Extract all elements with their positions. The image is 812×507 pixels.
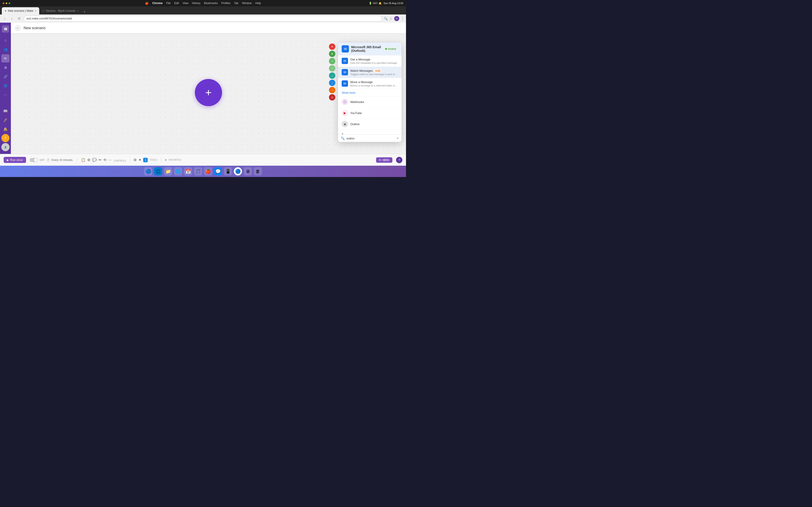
dock-icon-calendar[interactable]: 📅 — [184, 167, 192, 175]
sidebar-item-more[interactable]: ⋯ — [1, 91, 9, 99]
tab-close-blynk[interactable]: ✕ — [77, 10, 79, 12]
url-bar[interactable]: eu2.make.com/687024/scenarios/add — [23, 16, 382, 21]
tab-make[interactable]: ✦ New scenario | Make ✕ — [2, 7, 39, 14]
right-icon-orange[interactable]: ↑ — [329, 87, 335, 93]
scheduling-toggle[interactable] — [30, 158, 38, 162]
menu-file[interactable]: File — [166, 2, 170, 5]
dock-icon-terminal[interactable]: 🖥 — [244, 167, 252, 175]
new-tab-btn[interactable]: + — [82, 9, 87, 14]
canvas-grid[interactable]: + ✉ Microsoft 365 Email (Outlook) Verifi… — [11, 34, 406, 154]
help-button[interactable]: ? — [396, 157, 402, 163]
minimize-window-btn[interactable] — [6, 2, 7, 4]
dock-icon-vscode[interactable]: ⬡ — [154, 167, 162, 175]
run-once-button[interactable]: ▶ Run once — [4, 157, 26, 163]
edit-icon: ✏ — [99, 158, 101, 162]
service-item-youtube[interactable]: ▶ YouTube — [338, 108, 401, 119]
action-item-move-message[interactable]: ✉ Move a Message Moves a message to a se… — [338, 78, 401, 90]
tools-icon-number[interactable]: 1 — [143, 158, 148, 162]
controls-icon-flow[interactable]: ⟲ — [103, 158, 106, 162]
menu-help[interactable]: Help — [255, 2, 261, 5]
controls-icon-clipboard[interactable]: 📋 — [81, 158, 86, 162]
bookmark-icon[interactable]: ☆ — [390, 17, 392, 20]
tools-icon-gear[interactable]: ⚙ — [134, 158, 137, 162]
action-icon-watch: ✉ — [342, 69, 348, 75]
service-name-youtube: YouTube — [350, 111, 362, 115]
sidebar-item-connections[interactable]: 🔗 — [1, 72, 9, 80]
controls-icon-more[interactable]: ⋯ — [108, 158, 112, 162]
sidebar-item-docs[interactable]: 📖 — [1, 107, 9, 115]
dock-icon-chat[interactable]: 💬 — [214, 167, 222, 175]
menu-bookmarks[interactable]: Bookmarks — [204, 2, 218, 5]
tab-blynk[interactable]: ⬡ Devices - Blynk.Console ✕ — [40, 7, 81, 14]
url-text: eu2.make.com/687024/scenarios/add — [27, 17, 72, 20]
close-window-btn[interactable] — [3, 2, 4, 4]
menu-history[interactable]: History — [192, 2, 201, 5]
service-name-outline: Outline — [350, 122, 360, 126]
sidebar-item-launch[interactable]: 🚀 — [1, 116, 9, 124]
browser-menu-icon[interactable]: ⋮ — [401, 17, 404, 20]
profile-icon[interactable]: N — [394, 16, 399, 21]
ai-button[interactable]: AI BETA — [376, 157, 392, 163]
right-icon-teal[interactable]: ↓ — [329, 72, 335, 79]
bottom-toolbar: ▶ Run once OFF 🕐 Every 15 minutes. 📋 ⚙ 💬… — [0, 154, 406, 166]
favorites-add-btn[interactable]: + — [165, 158, 167, 162]
back-button[interactable]: ← — [14, 25, 21, 31]
dock-icon-files[interactable]: 📁 — [164, 167, 172, 175]
sidebar-item-help[interactable]: ? — [1, 134, 9, 142]
window-controls[interactable] — [3, 2, 10, 4]
tools-icon-star[interactable]: ✦ — [139, 158, 141, 162]
menu-view[interactable]: View — [183, 2, 189, 5]
nav-back-btn[interactable]: ‹ — [2, 16, 7, 21]
right-icon-panel: ✕ ⬆ + ↑ ↓ ↓ ↑ ⚠ — [328, 43, 336, 101]
right-icon-blue-down[interactable]: ↓ — [329, 80, 335, 86]
sidebar-item-profile[interactable]: 👤 — [1, 143, 9, 151]
service-item-outline[interactable]: ◈ Outline — [338, 119, 401, 130]
controls-icon-edit[interactable]: ✏ — [99, 158, 101, 162]
dock-icon-music[interactable]: 🎵 — [194, 167, 202, 175]
search-icon[interactable]: 🔍 — [384, 17, 388, 20]
tab-close-make[interactable]: ✕ — [35, 10, 37, 12]
right-icon-upload[interactable]: ↑ — [329, 65, 335, 71]
controls-icon-settings[interactable]: ⚙ — [87, 158, 90, 162]
dock-icon-trash[interactable]: 🗑 — [254, 167, 262, 175]
sidebar-logo[interactable]: ≋ — [2, 25, 9, 33]
right-icon-add-green[interactable]: + — [329, 58, 335, 64]
search-input[interactable] — [346, 137, 395, 140]
right-icon-red2[interactable]: ⚠ — [329, 94, 335, 101]
menu-tab[interactable]: Tab — [234, 2, 238, 5]
maximize-window-btn[interactable] — [9, 2, 10, 4]
nav-reload-btn[interactable]: ↺ — [16, 16, 22, 21]
sidebar-item-home[interactable]: ⌂ — [1, 36, 9, 44]
right-icon-share[interactable]: ⬆ — [329, 51, 335, 57]
sidebar-item-teams[interactable]: 👥 — [1, 45, 9, 53]
menu-edit[interactable]: Edit — [174, 2, 179, 5]
menu-window[interactable]: Window — [242, 2, 252, 5]
add-module-button[interactable]: + — [195, 79, 222, 106]
dock-icon-browser[interactable]: 🌐 — [174, 167, 182, 175]
nav-forward-btn[interactable]: › — [9, 16, 14, 21]
sidebar-item-scenarios[interactable]: ⟳ — [1, 54, 9, 62]
dock-icon-chrome[interactable]: 🔵 — [234, 167, 242, 175]
controls-icon-notes[interactable]: 💬 — [92, 158, 97, 162]
sidebar-item-notifications[interactable]: 🔔 — [1, 125, 9, 133]
toggle-off-label: OFF — [40, 159, 45, 161]
popup-search-bar: 🔍 ✕ — [338, 134, 401, 142]
mac-top-bar: 🍎 Chrome File Edit View History Bookmark… — [0, 0, 406, 6]
apple-menu[interactable]: 🍎 — [145, 2, 149, 5]
app-menu-chrome[interactable]: Chrome — [152, 2, 162, 5]
right-icon-red[interactable]: ✕ — [329, 44, 335, 50]
menu-profiles[interactable]: Profiles — [221, 2, 231, 5]
service-item-webhooks[interactable]: ⬡ Webhooks — [338, 97, 401, 108]
search-clear-btn[interactable]: ✕ — [397, 137, 399, 140]
dock-icon-appstore[interactable]: 🍎 — [204, 167, 212, 175]
action-item-get-message[interactable]: ✉ Get a Message Gets the metadata of a s… — [338, 55, 401, 67]
action-item-watch-messages[interactable]: ✉ Watch Messages ACID Triggers when a ne… — [338, 67, 401, 78]
star-icon: ✦ — [139, 158, 141, 162]
dock-icon-phone[interactable]: 📱 — [224, 167, 232, 175]
show-more-link[interactable]: Show more — [338, 90, 401, 97]
sidebar-item-apps[interactable]: ⊕ — [1, 63, 9, 71]
verified-badge: Verified — [383, 47, 398, 51]
favorites-label: FAVORITES — [168, 159, 181, 161]
dock-icon-finder[interactable]: 🔵 — [144, 167, 152, 175]
sidebar-item-webhooks[interactable]: 🌐 — [1, 81, 9, 90]
